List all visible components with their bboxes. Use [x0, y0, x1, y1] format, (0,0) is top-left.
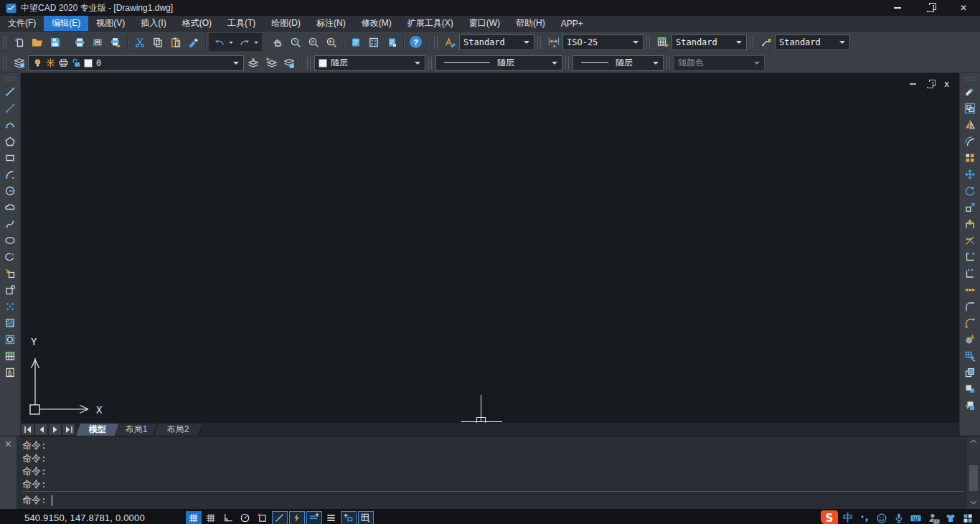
command-input[interactable]: 命令:	[22, 491, 964, 509]
table-style-select[interactable]: Standard	[672, 34, 747, 50]
construction-line-button[interactable]	[1, 100, 19, 116]
scale-button[interactable]	[961, 199, 979, 215]
menu-view[interactable]: 视图(V)	[88, 16, 133, 31]
designcenter-button[interactable]	[364, 34, 382, 51]
dropdown-caret-icon[interactable]	[521, 38, 532, 47]
region-button[interactable]	[1, 331, 19, 347]
toolbar-grip[interactable]	[646, 36, 650, 49]
spline-button[interactable]	[1, 215, 19, 232]
close-button[interactable]: ✕	[947, 0, 980, 16]
tab-layout2[interactable]: 布局2	[153, 423, 202, 436]
mtext-button[interactable]	[1, 364, 19, 380]
text-style-button[interactable]	[441, 34, 459, 51]
rotate-button[interactable]	[961, 182, 979, 199]
mdi-minimize-button[interactable]	[910, 83, 916, 85]
minimize-button[interactable]	[881, 0, 914, 16]
redo-dropdown-caret[interactable]	[254, 42, 258, 46]
stretch-button[interactable]	[961, 215, 979, 232]
mleader-style-button[interactable]	[757, 34, 775, 51]
make-object-layer-current-button[interactable]	[244, 55, 262, 72]
dropdown-caret-icon[interactable]	[549, 59, 560, 67]
menu-draw[interactable]: 绘图(D)	[263, 16, 308, 31]
zoom-window-button[interactable]	[304, 34, 322, 51]
menu-tools[interactable]: 工具(T)	[220, 16, 263, 31]
revision-cloud-button[interactable]	[1, 199, 19, 215]
arc-button[interactable]	[1, 166, 19, 182]
toolbar-grip[interactable]	[434, 36, 438, 49]
properties-palette-button[interactable]	[347, 34, 364, 51]
dropdown-caret-icon[interactable]	[230, 59, 242, 67]
punctuation-mode-icon[interactable]	[858, 512, 870, 524]
zoom-previous-button[interactable]	[322, 34, 340, 51]
draworder-back-button[interactable]	[961, 380, 979, 397]
toolbar-grip[interactable]	[4, 77, 17, 80]
match-properties-button[interactable]	[184, 34, 202, 51]
layer-properties-button[interactable]	[10, 55, 28, 72]
prev-tab-button[interactable]	[35, 424, 47, 435]
menu-dimension[interactable]: 标注(N)	[308, 16, 354, 31]
dropdown-caret-icon[interactable]	[630, 38, 641, 47]
toolbox-grid-icon[interactable]	[961, 512, 974, 524]
layer-on-bulb-icon[interactable]	[32, 57, 43, 68]
polygon-button[interactable]	[1, 133, 19, 149]
break-at-point-button[interactable]	[961, 265, 979, 281]
draworder-under-button[interactable]	[961, 397, 979, 413]
redo-button[interactable]	[235, 34, 253, 51]
toolbar-grip[interactable]	[428, 57, 432, 70]
move-button[interactable]	[961, 166, 979, 182]
table-style-button[interactable]	[654, 34, 672, 51]
table-button[interactable]	[1, 347, 19, 364]
explode-button[interactable]	[961, 331, 979, 347]
dropdown-caret-icon[interactable]	[650, 59, 661, 67]
menu-insert[interactable]: 插入(I)	[133, 16, 174, 31]
scrollbar-thumb[interactable]	[969, 465, 978, 491]
layer-plot-icon[interactable]	[58, 57, 69, 68]
quickcalc-button[interactable]	[382, 34, 400, 51]
cut-button[interactable]	[131, 34, 149, 51]
scroll-down-button[interactable]	[970, 497, 977, 507]
menu-modify[interactable]: 修改(M)	[354, 16, 400, 31]
extend-button[interactable]	[961, 248, 979, 265]
emoji-icon[interactable]	[875, 512, 887, 524]
dropdown-caret-icon[interactable]	[412, 59, 423, 67]
model-space-toggle[interactable]	[341, 511, 357, 524]
menu-app-plus[interactable]: APP+	[553, 16, 591, 31]
mdi-close-button[interactable]: x	[944, 80, 949, 88]
toolbar-grip[interactable]	[963, 77, 976, 80]
linetype-select[interactable]: 随层	[435, 55, 562, 71]
polar-toggle[interactable]	[237, 511, 253, 524]
tab-model[interactable]: 模型	[75, 423, 121, 436]
offset-button[interactable]	[961, 133, 979, 149]
first-tab-button[interactable]	[22, 424, 34, 435]
join-button[interactable]	[961, 281, 979, 298]
next-tab-button[interactable]	[49, 424, 61, 435]
dim-style-select[interactable]: ISO-25	[562, 34, 644, 50]
array-button[interactable]	[961, 149, 979, 166]
toolbar-grip[interactable]	[3, 36, 6, 49]
toolbar-grip[interactable]	[307, 57, 311, 70]
lineweight-display-toggle[interactable]	[324, 511, 339, 524]
lineweight-toggle[interactable]	[306, 511, 322, 524]
paste-button[interactable]	[166, 34, 184, 51]
save-button[interactable]	[46, 34, 64, 51]
menu-express-tools[interactable]: 扩展工具(X)	[400, 16, 461, 31]
color-select[interactable]: 随层	[314, 55, 425, 71]
layer-previous-button[interactable]	[262, 55, 280, 72]
lineweight-select[interactable]: 随层	[573, 55, 664, 71]
toolbar-grip[interactable]	[666, 57, 670, 70]
line-button[interactable]	[1, 83, 19, 100]
chamfer-button[interactable]	[961, 298, 979, 314]
undo-dropdown-caret[interactable]	[229, 42, 233, 46]
layer-states-button[interactable]	[280, 55, 298, 72]
language-mode-indicator[interactable]: 中	[843, 512, 853, 524]
command-scrollbar[interactable]	[967, 436, 980, 509]
print-preview-button[interactable]	[88, 34, 106, 51]
rectangle-button[interactable]	[1, 149, 19, 166]
menu-help[interactable]: 帮助(H)	[508, 16, 553, 31]
dynamic-input-toggle[interactable]	[289, 511, 305, 524]
open-button[interactable]	[28, 34, 46, 51]
trim-button[interactable]	[961, 232, 979, 248]
otrack-toggle[interactable]	[272, 511, 288, 524]
layer-lock-icon[interactable]	[71, 57, 82, 68]
drawing-canvas[interactable]: x Y X	[21, 73, 959, 423]
